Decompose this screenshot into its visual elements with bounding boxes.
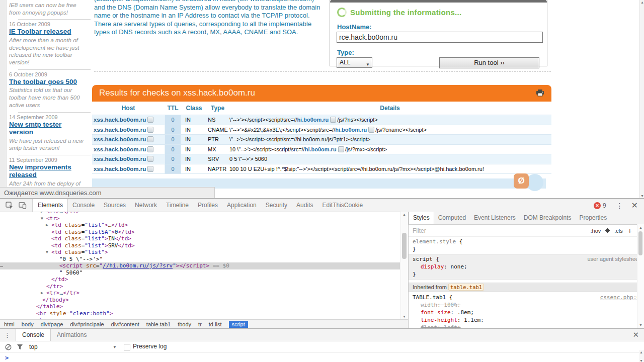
breadcrumb-item-table-tab1[interactable]: table.tab1 [146,321,171,327]
host-link[interactable]: xss.hack.bo0om.ru [94,156,146,162]
scroll-up-icon[interactable]: ▲ [639,226,642,229]
style-declaration[interactable]: element.style { [409,238,644,245]
devtools-tab-sources[interactable]: Sources [99,199,130,212]
breadcrumb-item-body[interactable]: body [22,321,34,327]
dom-tree-line[interactable]: </tbody> [0,297,400,304]
dom-tree-line[interactable]: </tr> [0,283,400,290]
styles-tab-properties[interactable]: Properties [575,212,611,224]
run-tool-button[interactable]: Run tool ›› [439,57,539,68]
drawer-menu-icon[interactable]: ⋮ [0,331,16,339]
styles-scrollbar[interactable]: ▲ ▼ [637,224,644,328]
devtools-tab-editthiscookie[interactable]: EditThisCookie [317,199,367,212]
new-style-rule-icon[interactable]: + [628,227,632,235]
style-declaration[interactable]: float: left; [409,324,644,328]
filter-input[interactable]: Filter [413,227,426,234]
dom-tree-line[interactable]: </table> [0,303,400,310]
print-icon[interactable] [536,89,544,99]
drawer-tab-animations[interactable]: Animations [51,329,93,341]
link-icon[interactable] [147,127,153,133]
devtools-tab-security[interactable]: Security [261,199,292,212]
link-icon[interactable] [330,117,336,123]
dom-tree-line[interactable]: </td> [0,276,400,283]
link-icon[interactable] [147,136,153,142]
toggle-hover-state[interactable]: :hov [591,228,601,234]
dom-tree-line[interactable]: <td class="list">IN</td> [0,235,400,242]
inherited-node-link[interactable]: table.tab1 [448,284,484,291]
news-item-link[interactable]: New smtp tester version [9,121,88,136]
dom-tree-line[interactable]: ▶<td class="list">…</td> [0,222,400,229]
devtools-tab-application[interactable]: Application [222,199,261,212]
devtools-close-icon[interactable]: ✕ [631,201,638,210]
host-link[interactable]: xss.hack.bo0om.ru [94,136,146,142]
payload-link[interactable]: hi.bo0om.ru [305,146,337,152]
styles-tab-styles[interactable]: Styles [409,212,434,224]
execution-context-select[interactable]: top [29,343,38,350]
link-icon[interactable] [147,117,153,123]
style-declaration[interactable]: font-size: .8em; [409,309,644,316]
scroll-down-icon[interactable]: ▼ [639,323,642,327]
expand-arrow-icon[interactable]: ▶ [41,212,46,214]
scroll-up-icon[interactable]: ▲ [640,1,644,4]
news-item-link[interactable]: New improvements released [9,163,88,179]
toggle-element-state-icon[interactable] [605,228,610,233]
breadcrumb-item-div-principale[interactable]: div#principale [70,321,104,327]
news-item-link[interactable]: The toolbar goes 500 [9,78,88,86]
host-link[interactable]: xss.hack.bo0om.ru [94,166,146,172]
page-scrollbar[interactable]: ▲ ▼ [639,0,644,198]
payload-link[interactable]: hi.bo0om.ru [335,127,367,133]
dom-tree-line[interactable]: "0 5 \"-->'>" [0,256,400,263]
styles-tab-event-listeners[interactable]: Event Listeners [470,212,520,224]
chevron-down-icon[interactable]: ▼ [113,345,117,349]
dom-tree-line[interactable]: <br style="clear:both"> [0,310,400,317]
error-badge-icon[interactable]: ✕ [594,202,601,209]
devtools-tab-timeline[interactable]: Timeline [162,199,193,212]
console-prompt[interactable]: > [0,353,644,362]
link-icon[interactable] [147,146,153,152]
link-icon[interactable] [338,146,344,152]
host-link[interactable]: xss.hack.bo0om.ru [94,146,146,152]
styles-tab-dom-breakpoints[interactable]: DOM Breakpoints [520,212,576,224]
style-declaration[interactable]: line-height: 1.1em; [409,316,644,324]
device-toolbar-icon[interactable] [19,202,27,209]
drawer-close-icon[interactable]: ✕ [632,330,639,339]
expand-arrow-icon[interactable]: ▼ [46,250,51,254]
style-declaration[interactable]: } [409,245,644,253]
style-declaration[interactable]: user agent stylesheetscript { [409,255,644,263]
style-declaration[interactable]: width: 100%; [409,301,644,309]
scroll-down-icon[interactable]: ▼ [403,315,406,318]
dom-tree-line[interactable]: <td class="listSA">0</td> [0,229,400,236]
devtools-tab-profiles[interactable]: Profiles [193,199,222,212]
host-link[interactable]: xss.hack.bo0om.ru [94,127,146,133]
breadcrumb-item-tbody[interactable]: tbody [178,321,191,327]
breadcrumb-item-script[interactable]: script [229,321,248,328]
scroll-down-icon[interactable]: ▼ [640,194,644,198]
dom-tree-line[interactable]: " 5060" [0,269,400,277]
error-count[interactable]: 9 [603,202,606,209]
breadcrumb-item-td-list[interactable]: td.list [209,321,222,327]
breadcrumb-item-html[interactable]: html [4,321,15,327]
elements-scrollbar[interactable]: ▲ ▼ [400,212,408,319]
link-icon[interactable] [147,166,153,172]
dom-tree-line[interactable]: ▶<tr>…</tr> [0,290,400,297]
dom-tree-line[interactable]: <td class="list">SRV</td> [0,242,400,249]
devtools-tab-console[interactable]: Console [68,199,99,212]
host-link[interactable]: xss.hack.bo0om.ru [94,117,146,123]
style-declaration[interactable]: display: none; [409,263,644,270]
dom-tree-line[interactable]: ▼<td class="list"> [0,249,400,256]
devtools-tab-elements[interactable]: Elements [33,199,68,212]
type-select[interactable]: ALL ▼ [337,57,372,68]
style-declaration[interactable]: } [409,270,644,278]
breadcrumb-item-div-content[interactable]: div#content [111,321,139,327]
link-icon[interactable] [368,127,374,133]
devtools-tab-network[interactable]: Network [130,199,162,212]
breadcrumb-item-div-page[interactable]: div#page [41,321,63,327]
filter-icon[interactable] [17,344,23,350]
stylesheet-source-link[interactable]: cssenc.php:6 [600,294,640,301]
console-scrollbar[interactable]: ▲ ▼ [639,350,644,362]
scroll-up-icon[interactable]: ▲ [639,350,643,354]
hostname-input[interactable] [337,32,543,43]
preserve-log-checkbox[interactable] [124,344,130,350]
styles-tab-computed[interactable]: Computed [434,212,470,224]
scroll-down-icon[interactable]: ▼ [639,359,643,362]
style-declaration[interactable]: cssenc.php:6TABLE.tab1 { [409,294,644,301]
